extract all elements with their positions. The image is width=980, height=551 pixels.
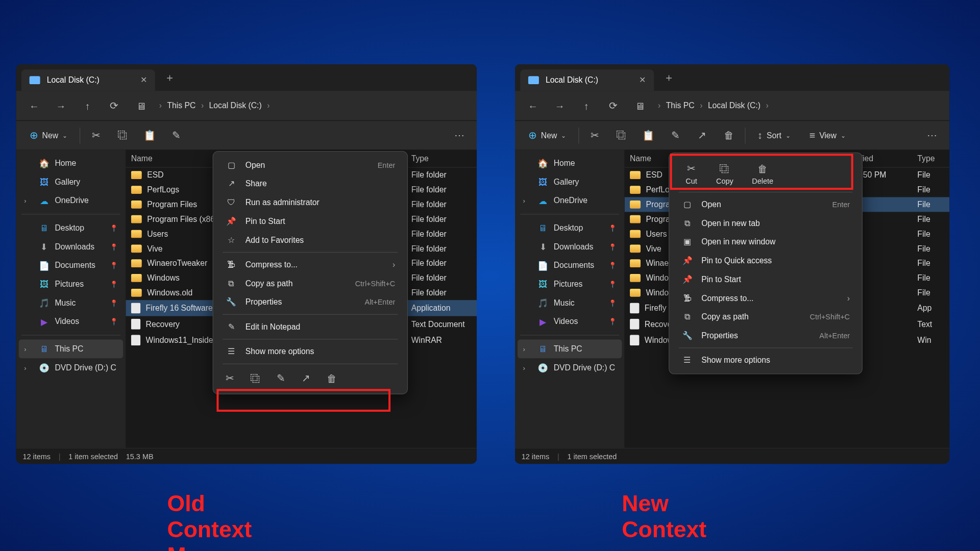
sidebar-item-pictures[interactable]: 🖼 Pictures 📍 bbox=[19, 274, 123, 293]
sidebar-item-music[interactable]: 🎵 Music 📍 bbox=[518, 293, 622, 312]
ctx-delete-button[interactable]: 🗑 bbox=[326, 372, 338, 385]
new-button[interactable]: ⊕New⌄ bbox=[23, 126, 75, 145]
sidebar-item-music[interactable]: 🎵 Music 📍 bbox=[19, 293, 123, 312]
up-button[interactable]: ↑ bbox=[76, 94, 99, 117]
sidebar-item-thispc[interactable]: › 🖥 This PC bbox=[19, 339, 123, 358]
ctx-share-button[interactable]: ↗ bbox=[300, 372, 312, 385]
wrench-icon: 🔧 bbox=[681, 331, 694, 340]
ctx-pin-to-quick-access[interactable]: 📌 Pin to Quick access bbox=[673, 252, 858, 270]
ctx-compress-to-[interactable]: 🗜 Compress to... › bbox=[673, 289, 858, 308]
sidebar-item-pictures[interactable]: 🖼 Pictures 📍 bbox=[518, 274, 622, 293]
forward-button[interactable]: → bbox=[50, 94, 72, 117]
pc-icon[interactable]: 🖥 bbox=[130, 94, 153, 117]
ctx-copy-button[interactable]: ⿻ bbox=[250, 372, 262, 385]
ctx-pin-to-start[interactable]: 📌 Pin to Start bbox=[673, 270, 858, 289]
ctx-properties[interactable]: 🔧 Properties Alt+Enter bbox=[217, 293, 403, 312]
pc-icon[interactable]: 🖥 bbox=[628, 94, 651, 117]
pin-icon: 📍 bbox=[608, 262, 617, 269]
cut-button[interactable]: ✂ bbox=[86, 126, 107, 145]
sidebar-item-desktop[interactable]: 🖥 Desktop 📍 bbox=[518, 218, 622, 237]
sidebar-item-onedrive[interactable]: › ☁ OneDrive bbox=[518, 191, 622, 210]
status-bar: 12 items| 1 item selected 15.3 MB bbox=[16, 448, 477, 464]
sidebar-item-downloads[interactable]: ⬇ Downloads 📍 bbox=[518, 237, 622, 256]
sidebar-item-videos[interactable]: ▶ Videos 📍 bbox=[518, 312, 622, 331]
ctx-open-in-new-tab[interactable]: ⧉ Open in new tab bbox=[673, 214, 858, 233]
ctx-show-more-options[interactable]: ☰ Show more options bbox=[217, 342, 403, 361]
ctx-delete-button[interactable]: 🗑 Delete bbox=[752, 162, 773, 185]
sidebar-item-documents[interactable]: 📄 Documents 📍 bbox=[19, 256, 123, 275]
home-icon: 🏠 bbox=[39, 158, 50, 168]
ctx-open-in-new-window[interactable]: ▣ Open in new window bbox=[673, 233, 858, 252]
ctx-pin-to-start[interactable]: 📌 Pin to Start bbox=[217, 212, 403, 231]
rename-button[interactable]: ✎ bbox=[665, 126, 686, 145]
up-button[interactable]: ↑ bbox=[575, 94, 598, 117]
refresh-button[interactable]: ⟳ bbox=[103, 94, 126, 117]
context-menu-new: ✂ Cut ⿻ Copy 🗑 Delete ▢ Open Enter ⧉ Ope… bbox=[669, 153, 863, 374]
breadcrumb[interactable]: ›This PC ›Local Disk (C:) › bbox=[159, 101, 270, 110]
sidebar-item-home[interactable]: 🏠 Home bbox=[518, 154, 622, 172]
ctx-copy-as-path[interactable]: ⧉ Copy as path Ctrl+Shift+C bbox=[217, 274, 403, 293]
ctx-cut-button[interactable]: ✂ bbox=[224, 372, 236, 385]
close-tab-icon[interactable]: ✕ bbox=[639, 76, 646, 85]
ctx-compress-to-[interactable]: 🗜 Compress to... › bbox=[217, 255, 403, 274]
more-button[interactable]: ⋯ bbox=[921, 126, 943, 145]
view-button[interactable]: ≡View⌄ bbox=[803, 126, 853, 145]
delete-icon: 🗑 bbox=[326, 372, 338, 385]
folder-icon bbox=[630, 230, 641, 238]
ctx-add-to-favorites[interactable]: ☆ Add to Favorites bbox=[217, 231, 403, 249]
sidebar-item-downloads[interactable]: ⬇ Downloads 📍 bbox=[19, 237, 123, 256]
folder-icon bbox=[131, 289, 142, 297]
tab-localdisk[interactable]: Local Disk (C:) ✕ bbox=[520, 69, 654, 91]
sidebar-item-videos[interactable]: ▶ Videos 📍 bbox=[19, 312, 123, 331]
refresh-button[interactable]: ⟳ bbox=[602, 94, 625, 117]
folder-icon bbox=[131, 215, 142, 223]
new-tab-button[interactable]: ＋ bbox=[664, 70, 674, 85]
copy-button[interactable]: ⿻ bbox=[112, 126, 134, 145]
forward-button[interactable]: → bbox=[548, 94, 571, 117]
sidebar: 🏠 Home 🖼 Gallery › ☁ OneDrive 🖥 Desktop … bbox=[515, 149, 625, 447]
sidebar-item-dvd[interactable]: › 💿 DVD Drive (D:) C bbox=[518, 358, 622, 377]
ctx-rename-button[interactable]: ✎ bbox=[275, 372, 287, 385]
tab-localdisk[interactable]: Local Disk (C:) ✕ bbox=[21, 69, 155, 91]
sidebar-item-gallery[interactable]: 🖼 Gallery bbox=[19, 172, 123, 191]
paste-button[interactable]: 📋 bbox=[139, 126, 161, 145]
sidebar-item-home[interactable]: 🏠 Home bbox=[19, 154, 123, 172]
copy-button[interactable]: ⿻ bbox=[611, 126, 632, 145]
more-button[interactable]: ⋯ bbox=[449, 126, 470, 145]
back-button[interactable]: ← bbox=[23, 94, 46, 117]
wrench-icon: 🔧 bbox=[225, 297, 237, 307]
music-icon: 🎵 bbox=[537, 297, 548, 308]
sort-button[interactable]: ↕Sort⌄ bbox=[751, 126, 797, 145]
explorer-window-old: Local Disk (C:) ✕ ＋ ← → ↑ ⟳ 🖥 ›This PC ›… bbox=[16, 64, 477, 464]
paste-button[interactable]: 📋 bbox=[638, 126, 659, 145]
folder-icon bbox=[630, 201, 641, 209]
rename-button[interactable]: ✎ bbox=[166, 126, 187, 145]
sidebar-item-onedrive[interactable]: › ☁ OneDrive bbox=[19, 191, 123, 210]
new-tab-button[interactable]: ＋ bbox=[164, 70, 175, 85]
sidebar-item-gallery[interactable]: 🖼 Gallery bbox=[518, 172, 622, 191]
ctx-edit-in-notepad[interactable]: ✎ Edit in Notepad bbox=[217, 317, 403, 336]
close-tab-icon[interactable]: ✕ bbox=[140, 76, 147, 85]
ctx-open[interactable]: ▢ Open Enter bbox=[673, 195, 858, 214]
sidebar-item-dvd[interactable]: › 💿 DVD Drive (D:) C bbox=[19, 358, 123, 377]
pin-icon: 📍 bbox=[110, 262, 118, 269]
sidebar-item-desktop[interactable]: 🖥 Desktop 📍 bbox=[19, 218, 123, 237]
breadcrumb[interactable]: ›This PC ›Local Disk (C:) › bbox=[658, 101, 769, 110]
folder-icon bbox=[630, 171, 641, 179]
ctx-share[interactable]: ↗ Share bbox=[217, 174, 403, 193]
new-button[interactable]: ⊕New⌄ bbox=[522, 126, 573, 145]
shield-icon: 🛡 bbox=[225, 198, 237, 207]
ctx-copy-button[interactable]: ⿻ Copy bbox=[716, 162, 733, 185]
ctx-run-as-administrator[interactable]: 🛡 Run as administrator bbox=[217, 193, 403, 212]
ctx-properties[interactable]: 🔧 Properties Alt+Enter bbox=[673, 326, 858, 345]
share-button[interactable]: ↗ bbox=[692, 126, 713, 145]
back-button[interactable]: ← bbox=[522, 94, 545, 117]
ctx-open[interactable]: ▢ Open Enter bbox=[217, 156, 403, 174]
ctx-copy-as-path[interactable]: ⧉ Copy as path Ctrl+Shift+C bbox=[673, 308, 858, 327]
cut-button[interactable]: ✂ bbox=[584, 126, 606, 145]
delete-button[interactable]: 🗑 bbox=[718, 126, 740, 145]
sidebar-item-thispc[interactable]: › 🖥 This PC bbox=[518, 339, 622, 358]
ctx-cut-button[interactable]: ✂ Cut bbox=[685, 162, 698, 185]
ctx-show-more-options[interactable]: ☰ Show more options bbox=[673, 351, 858, 370]
sidebar-item-documents[interactable]: 📄 Documents 📍 bbox=[518, 256, 622, 275]
